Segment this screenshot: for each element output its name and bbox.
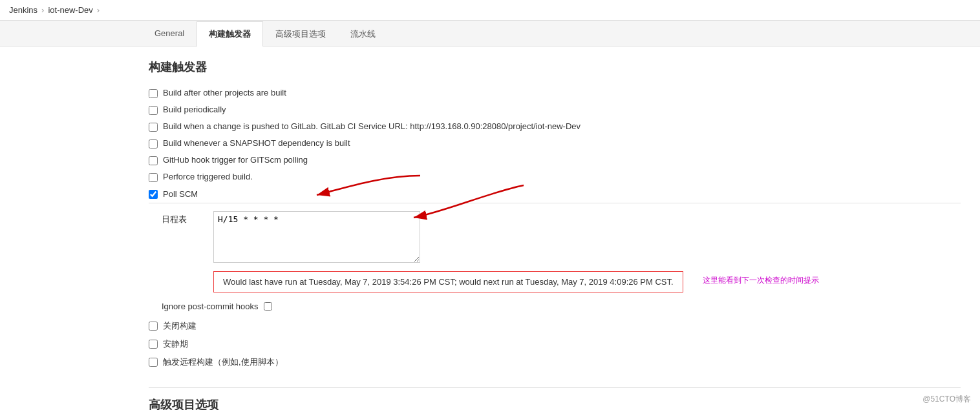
poll-scm-label: Poll SCM — [163, 189, 198, 199]
ignore-label: Ignore post-commit hooks — [162, 302, 259, 311]
schedule-textarea[interactable]: H/15 * * * * — [213, 211, 420, 263]
schedule-input-area: H/15 * * * * Would last have run at Tues — [213, 211, 819, 292]
checkbox-label-2: Build periodically — [163, 105, 226, 114]
advanced-section-title: 高级项目选项 — [149, 397, 961, 410]
checkbox-label-4: Build whenever a SNAPSHOT dependency is … — [163, 138, 350, 148]
checkbox-label-remote-build: 触发远程构建（例如,使用脚本） — [163, 356, 283, 368]
breadcrumb: Jenkins › iot-new-Dev › — [0, 0, 980, 21]
checkbox-row-1: Build after other projects are built — [149, 88, 961, 98]
checkbox-row-6: Perforce triggered build. — [149, 172, 961, 182]
checkbox-close-build[interactable] — [149, 322, 158, 331]
next-run-with-hint: Would last have run at Tuesday, May 7, 2… — [213, 269, 819, 292]
watermark: @51CTO博客 — [922, 394, 971, 405]
section-title: 构建触发器 — [149, 59, 961, 75]
checkbox-build-after[interactable] — [149, 89, 158, 98]
checkbox-quiet[interactable] — [149, 340, 158, 349]
checkbox-label-quiet: 安静期 — [163, 338, 188, 350]
checkbox-label-5: GitHub hook trigger for GITScm polling — [163, 155, 308, 165]
checkbox-label-close-build: 关闭构建 — [163, 320, 197, 332]
checkbox-perforce[interactable] — [149, 173, 158, 182]
checkbox-github-hook[interactable] — [149, 156, 158, 165]
checkbox-ignore-hooks[interactable] — [264, 302, 272, 311]
checkbox-poll-scm[interactable] — [149, 190, 158, 199]
checkbox-remote-build[interactable] — [149, 358, 158, 367]
breadcrumb-jenkins[interactable]: Jenkins — [9, 5, 37, 15]
tab-advanced[interactable]: 高级项目选项 — [263, 21, 338, 46]
breadcrumb-sep2: › — [97, 5, 100, 15]
main-content: 构建触发器 Build after other projects are bui… — [0, 46, 980, 410]
schedule-row: 日程表 H/15 * * * * — [162, 211, 961, 292]
checkbox-row-remote-build: 触发远程构建（例如,使用脚本） — [149, 356, 961, 368]
schedule-label: 日程表 — [162, 211, 200, 225]
hint-text: 这里能看到下一次检查的时间提示 — [703, 275, 819, 286]
checkbox-build-periodically[interactable] — [149, 106, 158, 115]
tab-general[interactable]: General — [142, 21, 197, 46]
bottom-checkboxes: 关闭构建 安静期 触发远程构建（例如,使用脚本） — [149, 320, 961, 368]
next-run-text: Would last have run at Tuesday, May 7, 2… — [223, 277, 674, 287]
tab-pipeline[interactable]: 流水线 — [338, 21, 388, 46]
next-run-box: Would last have run at Tuesday, May 7, 2… — [213, 271, 683, 292]
checkbox-label-6: Perforce triggered build. — [163, 172, 253, 181]
checkbox-row-4: Build whenever a SNAPSHOT dependency is … — [149, 138, 961, 149]
checkbox-row-close-build: 关闭构建 — [149, 320, 961, 332]
tab-build-triggers[interactable]: 构建触发器 — [197, 21, 263, 46]
checkbox-build-gitlab[interactable] — [149, 123, 158, 132]
poll-scm-row: Poll SCM — [149, 189, 961, 199]
checkbox-row-3: Build when a change is pushed to GitLab.… — [149, 121, 961, 132]
breadcrumb-sep1: › — [41, 5, 44, 15]
schedule-section: 日程表 H/15 * * * * — [149, 203, 961, 311]
breadcrumb-project[interactable]: iot-new-Dev — [48, 5, 92, 15]
checkbox-row-quiet: 安静期 — [149, 338, 961, 350]
checkbox-snapshot[interactable] — [149, 139, 158, 149]
ignore-row: Ignore post-commit hooks — [162, 302, 961, 311]
checkbox-row-2: Build periodically — [149, 105, 961, 115]
checkbox-row-5: GitHub hook trigger for GITScm polling — [149, 155, 961, 165]
checkbox-label-1: Build after other projects are built — [163, 88, 286, 97]
tabs-bar: General 构建触发器 高级项目选项 流水线 — [0, 21, 980, 46]
checkbox-label-3: Build when a change is pushed to GitLab.… — [163, 121, 581, 131]
